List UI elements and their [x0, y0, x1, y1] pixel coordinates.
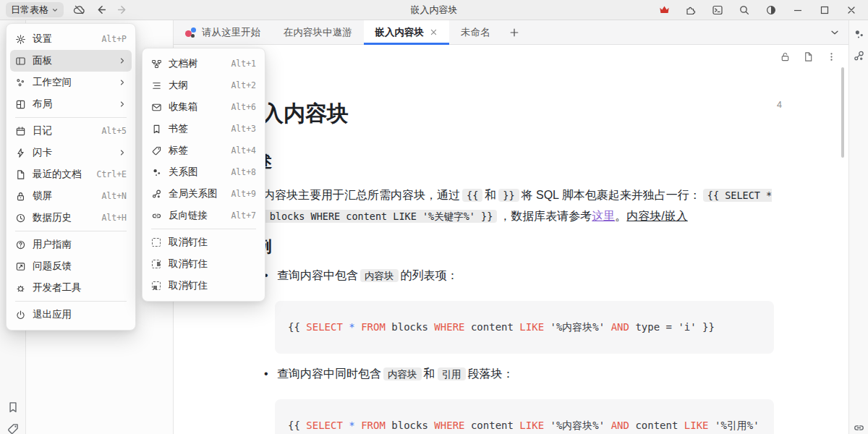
plugin-icon[interactable] [683, 2, 699, 18]
editor-area: 请从这里开始 在内容块中遨游 嵌入内容块 未命名 [174, 20, 848, 434]
siyuan-window: 日常表格 嵌入内容块 [0, 0, 868, 434]
menu-item-dev-tools[interactable]: 开发者工具 [10, 277, 132, 299]
doc-properties-icon[interactable] [803, 51, 814, 62]
submenu-item-unpin-1[interactable]: 取消钉住 [146, 231, 261, 253]
editor-scrollbar[interactable] [841, 67, 844, 158]
unpin-icon [150, 280, 162, 292]
tab-untitled[interactable]: 未命名 [449, 20, 502, 44]
overview-paragraph[interactable]: 嵌入内容块主要用于汇总所需内容块，通过{{和}}将 SQL 脚本包裹起来并独占一… [240, 185, 783, 226]
heading-overview[interactable]: 概述 [240, 151, 783, 173]
graph-icon[interactable] [853, 28, 866, 41]
block-ref-link[interactable]: 内容块/嵌入 [626, 210, 687, 222]
submenu-item-graph[interactable]: 关系图 Alt+8 [146, 161, 261, 183]
lightning-icon [14, 147, 26, 158]
cloud-off-icon[interactable] [71, 2, 87, 18]
menu-item-label: 问题反馈 [33, 260, 127, 273]
submenu-item-label: 收集箱 [169, 101, 224, 114]
submenu-item-inbox[interactable]: 收集箱 Alt+6 [146, 96, 261, 118]
submenu-item-shortcut: Alt+2 [231, 80, 256, 90]
submenu-item-tag[interactable]: 标签 Alt+4 [146, 140, 261, 161]
list-item[interactable]: 查询内容中同时包含内容块和引用段落块： [240, 366, 783, 382]
unpin-icon [150, 258, 162, 270]
list-item[interactable]: 查询内容中包含内容块的列表项： [240, 268, 783, 284]
ref-count-badge: 4 [777, 100, 782, 110]
list-item-text: 查询内容中包含 [277, 269, 358, 281]
menu-item-settings[interactable]: 设置 Alt+P [10, 28, 132, 50]
menu-item-feedback[interactable]: 问题反馈 [10, 255, 132, 277]
theme-mode-icon[interactable] [763, 2, 779, 18]
tab-getting-started[interactable]: 请从这里开始 [174, 20, 272, 44]
inline-code: 内容块 [360, 269, 399, 282]
doc-toolbar [174, 45, 848, 69]
chevron-right-icon [118, 56, 127, 65]
menu-item-recent-docs[interactable]: 最近的文档 Ctrl+E [10, 163, 132, 185]
tab-list-chevron-icon[interactable] [830, 20, 840, 44]
tab-label: 在内容块中遨游 [284, 26, 352, 39]
inline-code: {{ [462, 189, 482, 202]
terminal-icon[interactable] [710, 2, 726, 18]
menu-item-data-history[interactable]: 数据历史 Alt+H [10, 207, 132, 229]
menu-item-user-guide[interactable]: 用户指南 [10, 234, 132, 255]
history-clock-icon [14, 212, 26, 224]
bookmark-icon [150, 123, 162, 135]
workspace-button[interactable]: 日常表格 [6, 2, 64, 17]
submenu-item-global-graph[interactable]: 全局关系图 Alt+9 [146, 183, 261, 205]
power-icon [14, 309, 26, 320]
submenu-item-doc-tree[interactable]: 文档树 Alt+1 [146, 53, 261, 75]
submenu-item-backlinks[interactable]: 反向链接 Alt+7 [146, 205, 261, 226]
menu-item-workspace[interactable]: 工作空间 [10, 72, 132, 93]
submenu-item-label: 文档树 [169, 57, 224, 70]
sql-code-block-2[interactable]: {{ SELECT * FROM blocks WHERE content LI… [275, 399, 774, 434]
unlock-icon[interactable] [780, 51, 791, 62]
menu-item-shortcut: Alt+P [101, 34, 127, 44]
tab-label: 嵌入内容块 [375, 26, 425, 39]
document-content: 嵌入内容块 概述 嵌入内容块主要用于汇总所需内容块，通过{{和}}将 SQL 脚… [174, 69, 848, 434]
submenu-item-shortcut: Alt+3 [231, 124, 256, 134]
submenu-item-label: 关系图 [169, 166, 224, 179]
outline-icon [150, 80, 162, 91]
main-menu: 设置 Alt+P 面板 工作空间 布局 日记 Alt+5 闪卡 [6, 23, 136, 331]
submenu-item-unpin-2[interactable]: 取消钉住 [146, 253, 261, 275]
doc-title[interactable]: 嵌入内容块 [240, 99, 783, 128]
submenu-item-outline[interactable]: 大纲 Alt+2 [146, 75, 261, 96]
global-graph-icon[interactable] [853, 50, 866, 63]
menu-item-quit[interactable]: 退出应用 [10, 304, 132, 326]
inline-code: 内容块 [383, 367, 422, 380]
menu-item-panels[interactable]: 面板 [10, 50, 132, 72]
paragraph-text: 嵌入内容块主要用于汇总所需内容块，通过 [240, 189, 460, 201]
calendar-icon [14, 125, 26, 137]
submenu-item-unpin-3[interactable]: 取消钉住 [146, 275, 261, 297]
menu-item-daily-note[interactable]: 日记 Alt+5 [10, 120, 132, 142]
menu-item-label: 设置 [33, 33, 95, 46]
panel-icon [14, 55, 26, 67]
submenu-item-shortcut: Alt+8 [231, 167, 256, 177]
search-icon[interactable] [736, 2, 752, 18]
sql-code-block-1[interactable]: {{ SELECT * FROM blocks WHERE content LI… [275, 301, 774, 354]
paragraph-text: ，数据库表请参考 [499, 210, 592, 222]
close-window-button[interactable] [843, 2, 859, 18]
more-options-icon[interactable] [826, 51, 837, 62]
menu-item-lock-screen[interactable]: 锁屏 Alt+N [10, 185, 132, 207]
tab-embed-blocks[interactable]: 嵌入内容块 [364, 20, 450, 44]
submenu-item-bookmark[interactable]: 书签 Alt+3 [146, 118, 261, 140]
tab-roaming-blocks[interactable]: 在内容块中遨游 [272, 20, 364, 44]
menu-item-label: 用户指南 [33, 238, 127, 251]
menu-item-flashcards[interactable]: 闪卡 [10, 142, 132, 163]
maximize-button[interactable] [817, 2, 833, 18]
menu-item-shortcut: Alt+H [101, 213, 127, 223]
crown-icon[interactable] [656, 2, 672, 18]
menu-item-layout[interactable]: 布局 [10, 93, 132, 115]
back-arrow-icon[interactable] [93, 2, 109, 18]
close-tab-icon[interactable] [430, 28, 438, 36]
heading-examples[interactable]: 示例 [240, 236, 783, 258]
here-link[interactable]: 这里 [592, 210, 615, 222]
minimize-button[interactable] [790, 2, 806, 18]
bookmark-icon[interactable] [7, 401, 20, 414]
tag-icon[interactable] [7, 422, 20, 434]
submenu-item-shortcut: Alt+9 [231, 189, 256, 199]
paragraph-text: 和 [485, 189, 496, 201]
tag-icon [150, 145, 162, 156]
backlink-icon[interactable] [853, 422, 866, 434]
forward-arrow-icon[interactable] [114, 2, 130, 18]
new-tab-button[interactable] [502, 20, 527, 44]
